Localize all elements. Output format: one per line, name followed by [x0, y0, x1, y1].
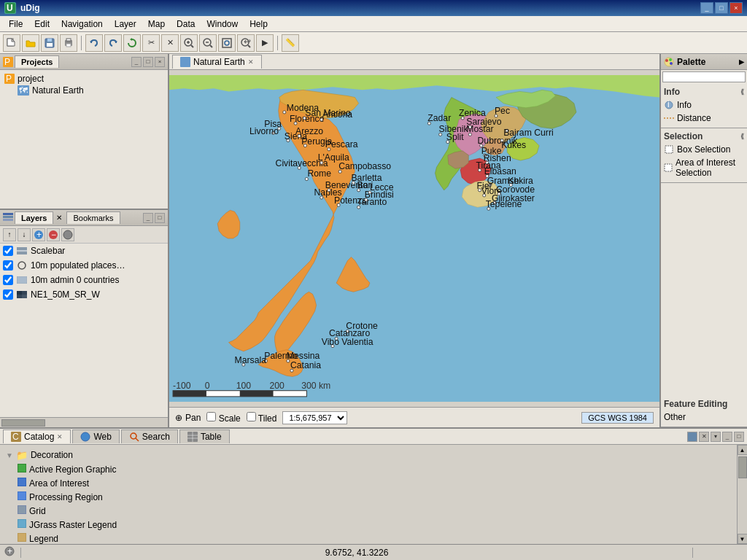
- pan-tool[interactable]: ⊕ Pan: [175, 413, 201, 423]
- layer-places[interactable]: 10m populated places simple: [0, 258, 168, 273]
- menu-navigation[interactable]: Navigation: [55, 18, 109, 31]
- map-canvas[interactable]: -100 0 100 200 300 km Modena Pisa Livorn…: [169, 70, 659, 407]
- layer-countries-checkbox[interactable]: [3, 275, 13, 285]
- crs-button[interactable]: GCS WGS 1984: [581, 412, 654, 424]
- area-interest-item[interactable]: Area of Interest: [3, 476, 734, 490]
- catalog-vscrollbar[interactable]: ▲ ▼: [737, 445, 747, 544]
- delete-button[interactable]: ✕: [161, 34, 179, 52]
- cut-button[interactable]: ✂: [142, 34, 160, 52]
- refresh-button[interactable]: [123, 34, 141, 52]
- active-region-item[interactable]: Active Region Graphic: [3, 462, 734, 476]
- projects-tab[interactable]: Projects: [15, 55, 59, 68]
- catalog-minimize-button[interactable]: _: [722, 432, 732, 442]
- catalog-tab[interactable]: C Catalog ✕: [3, 429, 71, 443]
- project-tree: P project 🗺 Natural Earth: [0, 70, 168, 209]
- catalog-collapse-button[interactable]: ▾: [711, 432, 721, 442]
- jgrass-item[interactable]: JGrass Raster Legend: [3, 518, 734, 532]
- aoi-selection-item[interactable]: Area of Interest Selection: [664, 156, 744, 179]
- map-tab-natural-earth[interactable]: Natural Earth ✕: [172, 55, 262, 69]
- decoration-folder[interactable]: ▼ 📁 Decoration: [3, 448, 734, 462]
- layers-minimize-button[interactable]: _: [143, 213, 153, 223]
- grid-item[interactable]: Grid: [3, 504, 734, 518]
- open-button[interactable]: [22, 34, 39, 52]
- layer-places-checkbox[interactable]: [3, 260, 13, 271]
- zoom-extent-button[interactable]: [218, 34, 236, 52]
- layers-tab[interactable]: Layers: [15, 211, 53, 224]
- scrollbar-up-arrow[interactable]: ▲: [738, 445, 748, 455]
- map-tab-close[interactable]: ✕: [248, 58, 254, 66]
- menu-layer[interactable]: Layer: [109, 18, 142, 31]
- box-selection-item[interactable]: Box Selection: [664, 143, 744, 156]
- legend-item[interactable]: Legend: [3, 532, 734, 544]
- menu-window[interactable]: Window: [201, 18, 244, 31]
- aoi-selection-icon: [664, 163, 673, 173]
- scrollbar-track[interactable]: [738, 455, 747, 534]
- new-button[interactable]: [3, 34, 20, 52]
- tiled-checkbox[interactable]: [247, 412, 256, 421]
- zoom-out-button[interactable]: [199, 34, 217, 52]
- table-tab[interactable]: Table: [179, 429, 230, 443]
- menu-data[interactable]: Data: [171, 18, 201, 31]
- layer-move-up-button[interactable]: ↑: [3, 228, 16, 241]
- svg-text:i: i: [667, 101, 670, 109]
- catalog-maximize-button[interactable]: □: [734, 432, 744, 442]
- menu-file[interactable]: File: [3, 18, 28, 31]
- pan-icon: ⊕: [175, 413, 182, 423]
- zoom-previous-button[interactable]: ↩: [237, 34, 255, 52]
- minimize-button[interactable]: _: [700, 2, 713, 14]
- selection-expand[interactable]: ⟪: [740, 133, 744, 140]
- catalog-tab-close[interactable]: ✕: [57, 433, 63, 440]
- processing-region-item[interactable]: Processing Region: [3, 490, 734, 504]
- menu-edit[interactable]: Edit: [28, 18, 55, 31]
- layers-tab-close[interactable]: ✕: [56, 214, 62, 222]
- distance-tool-item[interactable]: Distance: [664, 112, 744, 125]
- zoom-in-button[interactable]: [180, 34, 198, 52]
- layer-raster-checkbox[interactable]: [3, 289, 13, 300]
- layer-style-button[interactable]: [61, 228, 74, 241]
- scrollbar-down-arrow[interactable]: ▼: [738, 534, 748, 544]
- close-button[interactable]: ×: [729, 2, 743, 14]
- redo-button[interactable]: [104, 34, 122, 52]
- layers-maximize-button[interactable]: □: [155, 213, 165, 223]
- layer-move-down-button[interactable]: ↓: [18, 228, 31, 241]
- palette-expand[interactable]: ▶: [739, 58, 744, 66]
- hscrollbar-thumb[interactable]: [1, 419, 45, 427]
- web-tab[interactable]: Web: [72, 429, 119, 443]
- panel-maximize-button[interactable]: □: [143, 57, 153, 67]
- layer-countries[interactable]: 10m admin 0 countries: [0, 273, 168, 287]
- layer-scalebar[interactable]: Scalebar: [0, 244, 168, 258]
- other-item[interactable]: Other: [664, 411, 744, 424]
- layer-scalebar-checkbox[interactable]: [3, 246, 13, 256]
- info-tool-item[interactable]: i Info: [664, 98, 744, 112]
- project-icon: P: [4, 74, 15, 84]
- jgrass-icon: [18, 519, 26, 530]
- layer-add-button[interactable]: +: [32, 228, 45, 241]
- menu-map[interactable]: Map: [142, 18, 171, 31]
- status-add-icon[interactable]: +: [4, 546, 15, 559]
- info-expand[interactable]: ⟪: [740, 88, 744, 96]
- project-item[interactable]: P project: [3, 73, 165, 85]
- main-area: P Projects _ □ × P project 🗺 Natural Ear…: [0, 54, 747, 544]
- save-button[interactable]: [41, 34, 58, 52]
- menu-help[interactable]: Help: [244, 18, 274, 31]
- catalog-delete-button[interactable]: ✕: [699, 432, 709, 442]
- search-tab[interactable]: Search: [121, 429, 178, 443]
- measure-button[interactable]: 📏: [282, 34, 299, 52]
- natural-earth-item[interactable]: 🗺 Natural Earth: [3, 85, 165, 96]
- bookmarks-tab[interactable]: Bookmarks: [66, 211, 120, 224]
- scale-dropdown[interactable]: 1:5,675,957: [282, 411, 347, 424]
- layer-raster[interactable]: NE1_50M_SR_W: [0, 287, 168, 302]
- layer-delete-button[interactable]: −: [47, 228, 60, 241]
- scrollbar-thumb[interactable]: [738, 456, 747, 478]
- pan-button[interactable]: ▶: [256, 34, 274, 52]
- other-label: Other: [664, 412, 686, 422]
- scale-checkbox[interactable]: [206, 412, 216, 421]
- panel-close-button[interactable]: ×: [155, 57, 165, 67]
- print-button[interactable]: [60, 34, 77, 52]
- undo-button[interactable]: [85, 34, 103, 52]
- maximize-button[interactable]: □: [715, 2, 728, 14]
- left-panel-hscrollbar[interactable]: [0, 417, 168, 427]
- catalog-save-button[interactable]: [687, 432, 697, 442]
- panel-minimize-button[interactable]: _: [131, 57, 142, 67]
- palette-search-input[interactable]: [662, 71, 746, 82]
